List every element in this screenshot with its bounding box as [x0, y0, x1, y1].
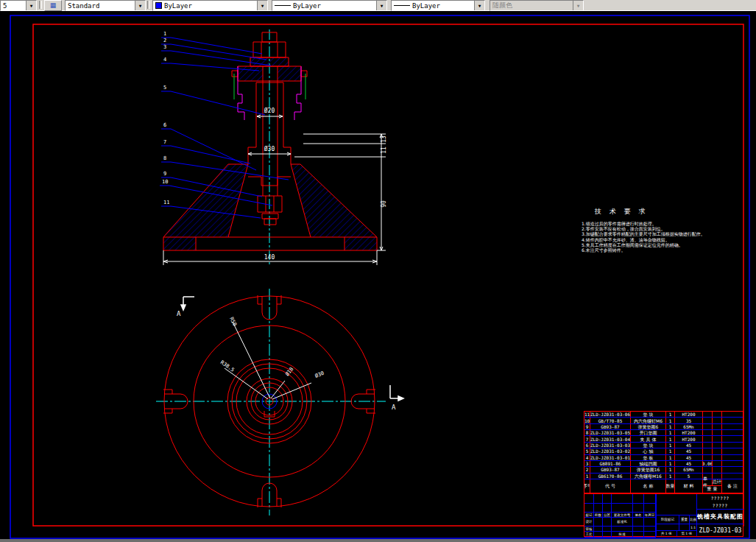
header-weight: 重 量 [703, 486, 721, 493]
parts-cell-no: 11 [584, 412, 590, 417]
revision-grid-cell [644, 518, 656, 527]
autocad-window: 5 ▼ ▦ Standard ▼ ByLayer ▼ ByLayer ▼ ByL… [0, 0, 756, 542]
callout-number: 11 [163, 200, 169, 205]
revision-grid: 标记处数分区更改文件号签名年月日设计标准化审核工艺批准 [584, 494, 656, 536]
section-label-a-left: A [177, 310, 181, 317]
parts-cell-unit [703, 436, 713, 441]
tech-req-line: 2.零件安装不应有松动，接合面安装到位。 [582, 226, 692, 231]
color-combo-arrow-icon[interactable]: ▼ [257, 1, 267, 10]
layer-combo-arrow-icon[interactable]: ▼ [26, 1, 36, 10]
parts-cell-qty: 1 [666, 467, 675, 472]
lineweight-combo-arrow-icon[interactable]: ▼ [474, 1, 484, 10]
drawing-title: 铣槽夹具装配图 [697, 509, 743, 524]
parts-cell-code: GB/T70-85 [590, 418, 631, 423]
parts-cell-code: ZLD-JZ031-03-05 [590, 430, 631, 435]
stage-mark-value [657, 524, 679, 530]
drawing-number: ZLD-JZ031-03 [697, 524, 743, 536]
weight-value [679, 524, 690, 530]
revision-grid-cell [644, 504, 656, 513]
layer-combo[interactable]: 5 ▼ [0, 0, 37, 11]
linetype-combo[interactable]: ByLayer ▼ [272, 0, 387, 11]
parts-cell-remark [722, 412, 743, 417]
radial-dim-label: Ø30 [314, 370, 325, 379]
parts-cell-material: 45 [675, 443, 703, 448]
parts-cell-no: 5 [584, 448, 590, 454]
parts-cell-remark [722, 443, 743, 448]
layers-icon[interactable]: ▦ [44, 0, 62, 11]
toolbar-separator [147, 1, 150, 9]
layer-combo-value: 5 [1, 2, 7, 10]
parts-cell-total [713, 448, 722, 454]
linetype-combo-arrow-icon[interactable]: ▼ [376, 1, 386, 10]
parts-cell-qty: 1 [666, 436, 675, 441]
revision-grid-cell [584, 494, 594, 504]
plotstyle-combo-arrow-icon: ▼ [573, 1, 583, 10]
parts-cell-qty: 1 [666, 424, 675, 429]
parts-cell-unit [703, 467, 713, 472]
parts-cell-name: 轴端挡圈 [631, 461, 666, 466]
title-block-right: ?????? ????? 铣槽夹具装配图 ZLD-JZ031-03 [696, 494, 743, 536]
revision-grid-cell [633, 527, 644, 532]
parts-table-row: 7ZLD-JZ031-03-04夹 具 体1HT200 [584, 436, 743, 442]
stage-mark-label: 阶段标记 [657, 515, 679, 524]
parts-rows: 11ZLD-JZ031-03-06垫 块1HT20010GB/T70-85内六角… [584, 412, 743, 479]
parts-cell-remark [722, 467, 743, 472]
revision-grid-cell [603, 494, 612, 504]
plan-view: A A R50R38.5Ø18Ø30 [156, 289, 403, 515]
dim-phi20: Ø20 [264, 107, 275, 114]
parts-cell-total [713, 455, 722, 460]
parts-cell-total [713, 461, 722, 466]
revision-grid-label: 分区 [603, 513, 612, 518]
parts-table-row: 3GB891-86轴端挡圈1450.06 [584, 461, 743, 467]
object-properties-toolbar: 5 ▼ ▦ Standard ▼ ByLayer ▼ ByLayer ▼ ByL… [0, 0, 756, 11]
callout-number: 2 [163, 38, 166, 43]
callout-number: 5 [163, 85, 166, 91]
parts-cell-name: 六角螺母M16 [631, 474, 666, 479]
parts-cell-unit [703, 430, 713, 435]
callout-number: 6 [163, 122, 166, 128]
header-code: 代 号 [590, 479, 631, 493]
text-style-combo[interactable]: Standard ▼ [65, 0, 146, 11]
parts-table-row: 9GB93-87弹簧垫圈6165Mn [584, 424, 743, 430]
callout-number: 9 [163, 171, 166, 177]
parts-cell-qty: 1 [666, 412, 675, 417]
parts-cell-unit [703, 424, 713, 429]
parts-cell-code: GB93-87 [590, 424, 631, 429]
callout-number: 1 [163, 31, 166, 37]
model-space-canvas[interactable]: Ø20 Ø30 13 11 90 140 1234567891011 [0, 11, 756, 539]
parts-cell-remark [722, 430, 743, 435]
parts-cell-no: 10 [584, 418, 590, 423]
parts-cell-no: 4 [584, 455, 590, 460]
tech-req-lines: 1.锻造过后的零件需得进行时效处理。2.零件安装不应有松动，接合面安装到位。3.… [582, 221, 692, 253]
toolbar-separator [39, 1, 42, 9]
parts-cell-total [713, 474, 722, 479]
plotstyle-combo-value: 随颜色 [490, 1, 512, 10]
parts-cell-name: 垫 板 [631, 455, 666, 460]
parts-cell-qty: 1 [666, 443, 675, 448]
sheet-total: 共 1 张 [657, 531, 677, 536]
parts-cell-no: 8 [584, 430, 590, 435]
company-name-line1: ?????? [697, 494, 743, 501]
parts-table-row: 10GB/T70-85内六角螺钉M6135 [584, 418, 743, 423]
parts-cell-code: ZLD-JZ031-03-06 [590, 412, 631, 417]
parts-cell-unit [703, 455, 713, 460]
parts-cell-code: ZLD-JZ031-03-02 [590, 448, 631, 454]
text-style-arrow-icon[interactable]: ▼ [135, 1, 145, 10]
lineweight-sample-icon [394, 5, 410, 6]
header-name: 名 称 [631, 479, 666, 493]
color-combo[interactable]: ByLayer ▼ [152, 0, 268, 11]
parts-table-row: 4ZLD-JZ031-03-01垫 板145 [584, 455, 743, 461]
revision-grid-cell [633, 518, 644, 527]
revision-grid-cell [633, 532, 644, 538]
header-material: 材 料 [675, 479, 703, 493]
parts-cell-code: GB93-87 [590, 467, 631, 472]
title-block-middle: 阶段标记 重量 比例 1:1 共 1 张 第 1 张 [656, 494, 696, 536]
parts-cell-material: 45 [675, 448, 703, 454]
lineweight-combo[interactable]: ByLayer ▼ [391, 0, 485, 11]
parts-cell-remark [722, 461, 743, 466]
header-total-weight: 总计 [713, 479, 721, 485]
revision-grid-cell [594, 532, 603, 538]
parts-table-header: 序号 代 号 名 称 数量 材 料 单件 总计 重 量 备 注 [584, 479, 743, 493]
tech-req-line: 1.锻造过后的零件需得进行时效处理。 [582, 221, 692, 226]
parts-cell-name: 开口垫圈 [631, 430, 666, 435]
